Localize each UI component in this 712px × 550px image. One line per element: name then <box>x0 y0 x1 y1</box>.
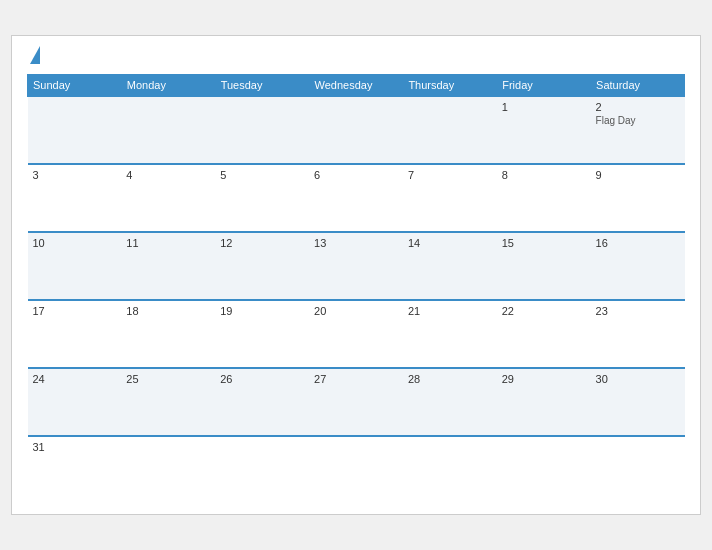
calendar-cell: 4 <box>121 164 215 232</box>
day-number: 26 <box>220 373 304 385</box>
day-number: 31 <box>33 441 117 453</box>
calendar-cell <box>215 96 309 164</box>
day-number: 7 <box>408 169 492 181</box>
calendar-cell: 2Flag Day <box>591 96 685 164</box>
calendar-thead: SundayMondayTuesdayWednesdayThursdayFrid… <box>28 75 685 97</box>
day-number: 30 <box>596 373 680 385</box>
calendar-cell: 12 <box>215 232 309 300</box>
calendar-cell: 14 <box>403 232 497 300</box>
weekday-header-wednesday: Wednesday <box>309 75 403 97</box>
calendar-cell: 10 <box>28 232 122 300</box>
day-number: 27 <box>314 373 398 385</box>
calendar-cell: 26 <box>215 368 309 436</box>
day-number: 9 <box>596 169 680 181</box>
calendar-cell: 9 <box>591 164 685 232</box>
calendar-cell <box>121 96 215 164</box>
day-number: 22 <box>502 305 586 317</box>
day-number: 23 <box>596 305 680 317</box>
day-number: 2 <box>596 101 680 113</box>
calendar-cell: 22 <box>497 300 591 368</box>
day-number: 12 <box>220 237 304 249</box>
calendar-cell: 28 <box>403 368 497 436</box>
calendar-cell <box>28 96 122 164</box>
calendar-cell: 1 <box>497 96 591 164</box>
calendar-cell: 30 <box>591 368 685 436</box>
calendar-tbody: 12Flag Day345678910111213141516171819202… <box>28 96 685 504</box>
calendar-cell: 6 <box>309 164 403 232</box>
calendar-cell <box>403 436 497 504</box>
calendar-cell: 17 <box>28 300 122 368</box>
week-row-5: 31 <box>28 436 685 504</box>
calendar-cell <box>121 436 215 504</box>
day-number: 17 <box>33 305 117 317</box>
day-number: 13 <box>314 237 398 249</box>
weekday-header-row: SundayMondayTuesdayWednesdayThursdayFrid… <box>28 75 685 97</box>
calendar-table: SundayMondayTuesdayWednesdayThursdayFrid… <box>27 74 685 504</box>
day-number: 19 <box>220 305 304 317</box>
calendar-cell: 31 <box>28 436 122 504</box>
calendar-cell: 19 <box>215 300 309 368</box>
weekday-header-saturday: Saturday <box>591 75 685 97</box>
calendar-header <box>27 46 685 66</box>
calendar-cell: 24 <box>28 368 122 436</box>
calendar-cell: 8 <box>497 164 591 232</box>
logo-triangle-icon <box>30 46 40 64</box>
calendar-cell: 3 <box>28 164 122 232</box>
calendar-container: SundayMondayTuesdayWednesdayThursdayFrid… <box>11 35 701 515</box>
calendar-cell: 7 <box>403 164 497 232</box>
day-number: 11 <box>126 237 210 249</box>
weekday-header-sunday: Sunday <box>28 75 122 97</box>
day-number: 16 <box>596 237 680 249</box>
weekday-header-friday: Friday <box>497 75 591 97</box>
calendar-cell <box>309 96 403 164</box>
day-number: 6 <box>314 169 398 181</box>
calendar-cell <box>497 436 591 504</box>
calendar-cell <box>215 436 309 504</box>
calendar-cell: 21 <box>403 300 497 368</box>
logo <box>27 46 40 66</box>
calendar-cell <box>403 96 497 164</box>
week-row-4: 24252627282930 <box>28 368 685 436</box>
week-row-1: 3456789 <box>28 164 685 232</box>
weekday-header-monday: Monday <box>121 75 215 97</box>
week-row-3: 17181920212223 <box>28 300 685 368</box>
day-number: 21 <box>408 305 492 317</box>
day-number: 15 <box>502 237 586 249</box>
calendar-cell: 16 <box>591 232 685 300</box>
day-number: 8 <box>502 169 586 181</box>
calendar-cell: 5 <box>215 164 309 232</box>
day-number: 24 <box>33 373 117 385</box>
week-row-0: 12Flag Day <box>28 96 685 164</box>
calendar-cell: 29 <box>497 368 591 436</box>
calendar-cell <box>309 436 403 504</box>
calendar-cell: 11 <box>121 232 215 300</box>
day-number: 25 <box>126 373 210 385</box>
event-label: Flag Day <box>596 115 680 126</box>
calendar-cell: 20 <box>309 300 403 368</box>
day-number: 20 <box>314 305 398 317</box>
day-number: 1 <box>502 101 586 113</box>
day-number: 10 <box>33 237 117 249</box>
calendar-cell: 13 <box>309 232 403 300</box>
calendar-cell: 25 <box>121 368 215 436</box>
day-number: 18 <box>126 305 210 317</box>
day-number: 3 <box>33 169 117 181</box>
calendar-cell: 18 <box>121 300 215 368</box>
day-number: 14 <box>408 237 492 249</box>
day-number: 5 <box>220 169 304 181</box>
calendar-cell: 23 <box>591 300 685 368</box>
calendar-cell <box>591 436 685 504</box>
calendar-cell: 27 <box>309 368 403 436</box>
week-row-2: 10111213141516 <box>28 232 685 300</box>
day-number: 29 <box>502 373 586 385</box>
day-number: 4 <box>126 169 210 181</box>
weekday-header-tuesday: Tuesday <box>215 75 309 97</box>
weekday-header-thursday: Thursday <box>403 75 497 97</box>
day-number: 28 <box>408 373 492 385</box>
calendar-cell: 15 <box>497 232 591 300</box>
